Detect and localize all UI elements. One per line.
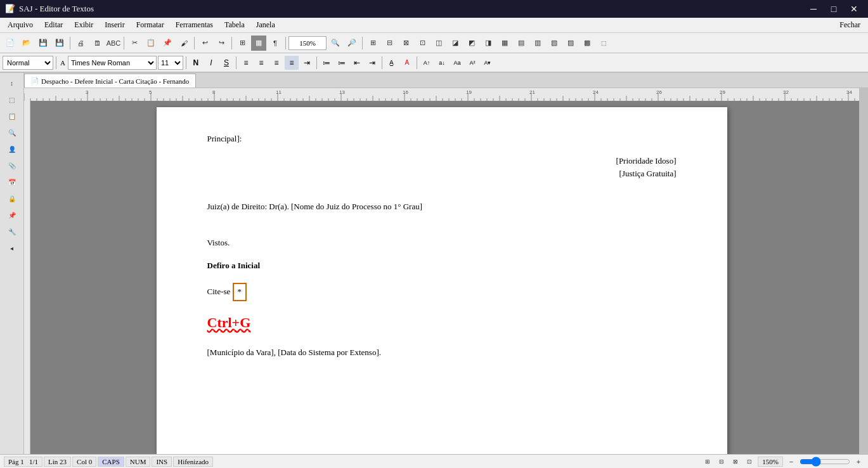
document-tab[interactable]: 📄 Despacho - Defere Inicial - Carta Cita… [24, 74, 196, 88]
toolbar-btn-c[interactable]: ⊡ [415, 36, 430, 51]
save-as-button[interactable]: 💾 [52, 36, 67, 51]
menu-janela[interactable]: Janela [251, 19, 280, 31]
close-button[interactable]: ✕ [845, 3, 863, 15]
align-center-button[interactable]: ≡ [254, 56, 268, 70]
toolbar-btn-k[interactable]: ▧ [547, 36, 562, 51]
menu-fechar[interactable]: Fechar [834, 19, 865, 31]
highlight-button[interactable]: A̲ [385, 56, 399, 70]
underline-button[interactable]: S [219, 56, 233, 70]
menu-inserir[interactable]: Inserir [100, 19, 129, 31]
undo-button[interactable]: ↩ [197, 36, 212, 51]
font-color-button[interactable]: A [400, 56, 414, 70]
align-right-button[interactable]: ≡ [269, 56, 283, 70]
menu-tabela[interactable]: Tabela [219, 19, 250, 31]
toolbar-btn-g[interactable]: ◨ [481, 36, 496, 51]
toolbar-btn-a[interactable]: ⊟ [382, 36, 397, 51]
status-hifenizado[interactable]: Hifenizado [173, 457, 213, 467]
sidebar-btn-2[interactable]: ⬚ [3, 92, 22, 107]
zoom-display: 150% [288, 36, 327, 50]
toolbar-btn-d[interactable]: ◫ [431, 36, 446, 51]
align-left-button[interactable]: ≡ [239, 56, 253, 70]
maximize-button[interactable]: □ [825, 3, 843, 15]
sidebar: ↕ ⬚ 📋 🔍 👤 📎 📅 🔒 📌 🔧 ◂ [0, 73, 24, 454]
status-page: Pág 1 1/1 [4, 457, 42, 467]
font-select[interactable]: Times New Roman [68, 56, 157, 70]
toolbar-btn-j[interactable]: ▥ [530, 36, 545, 51]
caps-up-button[interactable]: A↑ [420, 56, 434, 70]
pilcrow-button[interactable]: ¶ [268, 36, 283, 51]
sidebar-btn-10[interactable]: 🔧 [3, 224, 22, 239]
toolbar-btn-e[interactable]: ◪ [448, 36, 463, 51]
ruler-canvas-element [24, 88, 859, 101]
menu-arquivo[interactable]: Arquivo [3, 19, 38, 31]
statusbar: Pág 1 1/1 Lin 23 Col 0 CAPS NUM INS Hife… [0, 454, 868, 468]
list-unordered-button[interactable]: ≔ [320, 56, 334, 70]
toolbar-btn-b[interactable]: ⊠ [398, 36, 413, 51]
style-select[interactable]: Normal [3, 56, 53, 70]
statusbar-icon1[interactable]: ⊞ [702, 456, 713, 467]
insert-table-btn[interactable]: ⊞ [365, 36, 380, 51]
redo-button[interactable]: ↪ [214, 36, 229, 51]
print-preview-button[interactable]: 🖺 [89, 36, 105, 51]
menu-ferramentas[interactable]: Ferramentas [171, 19, 218, 31]
open-button[interactable]: 📂 [19, 36, 34, 51]
spacer2 [207, 224, 677, 237]
zoom-slider[interactable] [800, 457, 850, 467]
menu-exibir[interactable]: Exibir [69, 19, 98, 31]
zoom-minus-button[interactable]: − [786, 456, 797, 467]
new-button[interactable]: 📄 [3, 36, 18, 51]
status-right: ⊞ ⊟ ⊠ ⊡ 150% − + [702, 456, 864, 467]
italic-button[interactable]: I [204, 56, 218, 70]
save-button[interactable]: 💾 [36, 36, 51, 51]
zoom-plus-button[interactable]: + [853, 456, 864, 467]
superscript-button[interactable]: A² [465, 56, 479, 70]
zoom-out-button[interactable]: 🔎 [344, 36, 360, 51]
decrease-indent-button[interactable]: ⇤ [350, 56, 364, 70]
status-ins[interactable]: INS [152, 457, 172, 467]
status-caps[interactable]: CAPS [98, 457, 124, 467]
sep-t2-1 [56, 56, 56, 69]
sidebar-btn-4[interactable]: 🔍 [3, 125, 22, 140]
print-button[interactable]: 🖨 [73, 36, 88, 51]
toolbar-btn-i[interactable]: ▤ [514, 36, 529, 51]
paste-button[interactable]: 📌 [160, 36, 175, 51]
table-button[interactable]: ⊞ [235, 36, 250, 51]
sidebar-btn-3[interactable]: 📋 [3, 108, 22, 124]
vistos-paragraph: Vistos. [207, 237, 677, 250]
caps-down-button[interactable]: a↓ [435, 56, 449, 70]
statusbar-icon3[interactable]: ⊠ [730, 456, 741, 467]
indent-button[interactable]: ⇥ [300, 56, 314, 70]
increase-indent-button[interactable]: ⇥ [365, 56, 379, 70]
cut-button[interactable]: ✂ [127, 36, 142, 51]
caps-toggle-button[interactable]: Aa [450, 56, 464, 70]
sidebar-btn-5[interactable]: 👤 [3, 141, 22, 157]
sidebar-btn-1[interactable]: ↕ [3, 75, 22, 91]
content-area[interactable]: Principal]: [Prioridade Idoso] [Justiça … [24, 101, 859, 454]
sidebar-btn-11[interactable]: ◂ [3, 240, 22, 256]
sidebar-btn-8[interactable]: 🔒 [3, 191, 22, 206]
minimize-button[interactable]: ─ [805, 3, 822, 15]
toolbar-btn-h[interactable]: ▦ [497, 36, 512, 51]
zoom-in-button[interactable]: 🔍 [328, 36, 343, 51]
statusbar-icon4[interactable]: ⊡ [744, 456, 755, 467]
copy-button[interactable]: 📋 [143, 36, 159, 51]
toolbar-btn-n[interactable]: ⬚ [596, 36, 611, 51]
bold-button[interactable]: N [189, 56, 203, 70]
menu-formatar[interactable]: Formatar [131, 19, 169, 31]
more-format-button[interactable]: A▾ [481, 56, 495, 70]
sidebar-btn-7[interactable]: 📅 [3, 174, 22, 190]
format-paint-button[interactable]: 🖌 [176, 36, 191, 51]
statusbar-icon2[interactable]: ⊟ [716, 456, 727, 467]
sidebar-btn-6[interactable]: 📎 [3, 158, 22, 173]
toolbar-btn-l[interactable]: ▨ [563, 36, 578, 51]
size-select[interactable]: 11 [158, 56, 183, 70]
toolbar-btn-f[interactable]: ◩ [464, 36, 479, 51]
toolbar-btn-m[interactable]: ▩ [580, 36, 595, 51]
table-style-button[interactable]: ▦ [251, 36, 266, 51]
sidebar-btn-9[interactable]: 📌 [3, 207, 22, 223]
status-num[interactable]: NUM [126, 457, 151, 467]
menu-editar[interactable]: Editar [39, 19, 68, 31]
list-ordered-button[interactable]: ≔ [335, 56, 349, 70]
align-justify-button[interactable]: ≡ [285, 56, 299, 70]
spell-button[interactable]: ABC [106, 36, 121, 51]
